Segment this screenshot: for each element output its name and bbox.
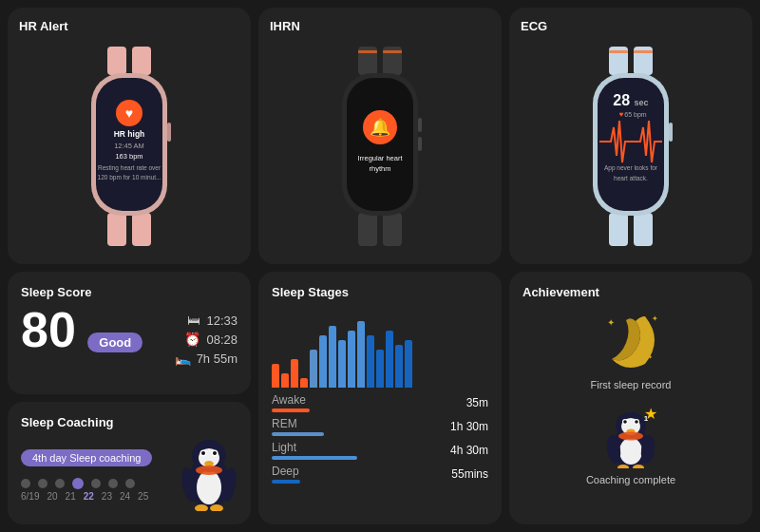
svg-rect-13 — [167, 123, 171, 142]
bar — [405, 340, 412, 388]
rem-value: 1h 30m — [450, 420, 488, 433]
bed-icon: 🛏 — [187, 313, 200, 328]
ecg-title: ECG — [521, 19, 547, 33]
svg-point-70 — [618, 432, 643, 441]
hr-alert-watch-svg: ♥ HR high 12:45 AM 163 bpm Resting heart… — [67, 47, 191, 246]
bar — [386, 331, 393, 388]
coaching-complete-label: Coaching complete — [586, 474, 675, 485]
date-23: 23 — [102, 491, 112, 502]
alarm-icon: ⏰ — [184, 332, 200, 347]
sleep-score-title: Sleep Score — [21, 285, 238, 299]
sleep-stat-alarm: ⏰ 08:28 — [184, 332, 238, 347]
dot-6 — [108, 479, 118, 488]
bar — [348, 331, 355, 388]
svg-rect-17 — [383, 50, 402, 53]
svg-text:App never looks for: App never looks for — [604, 164, 658, 172]
date-22: 22 — [84, 491, 94, 502]
svg-text:65 bpm: 65 bpm — [624, 111, 647, 119]
app-container: HR Alert ♥ HR high 12:45 AM 163 bpm — [0, 0, 760, 532]
svg-text:Irregular heart: Irregular heart — [357, 154, 403, 162]
bar — [319, 335, 327, 388]
rem-label: REM — [272, 417, 324, 430]
date-24: 24 — [120, 491, 130, 502]
hr-alert-title: HR Alert — [19, 19, 68, 33]
ecg-card: ECG 28 sec ♥ 65 bpm — [509, 8, 752, 264]
ecg-watch: 28 sec ♥ 65 bpm App never looks for hear… — [521, 39, 741, 253]
achievement-item-1: ✦ ✦ ✦ First sleep record — [522, 307, 739, 390]
sleep-score-card: Sleep Score 80 Good 🛏 12:33 ⏰ 08:28 — [8, 272, 251, 394]
dot-5 — [91, 479, 101, 488]
svg-rect-19 — [383, 213, 402, 246]
svg-rect-3 — [132, 213, 151, 246]
sleep-coaching-title: Sleep Coaching — [21, 415, 238, 429]
stage-legend: Awake 35m REM 1h 30m Light — [272, 393, 488, 484]
penguin-achievement-svg: ★ 1 — [593, 402, 669, 468]
svg-point-49 — [201, 451, 205, 455]
svg-rect-0 — [107, 47, 126, 75]
svg-rect-32 — [609, 213, 628, 246]
svg-rect-2 — [107, 213, 126, 246]
bar — [357, 321, 365, 388]
light-bar — [272, 456, 357, 460]
svg-text:✦: ✦ — [607, 317, 615, 328]
bottom-row: Sleep Score 80 Good 🛏 12:33 ⏰ 08:28 — [8, 272, 752, 524]
ihrn-title: IHRN — [270, 19, 300, 33]
svg-text:rhythm: rhythm — [370, 164, 391, 173]
awake-label: Awake — [272, 393, 310, 407]
svg-text:163 bpm: 163 bpm — [115, 152, 142, 161]
awake-legend: Awake 35m — [272, 393, 488, 412]
first-sleep-label: First sleep record — [591, 379, 672, 390]
sleep-stages-card: Sleep Stages — [258, 272, 502, 524]
sleep-icon: 🛌 — [175, 351, 191, 366]
svg-rect-16 — [358, 50, 377, 53]
awake-bars — [272, 307, 279, 388]
deep-bar — [272, 480, 300, 484]
sleep-score-badge: Good — [87, 332, 142, 352]
svg-text:♥: ♥ — [125, 105, 133, 121]
dot-3 — [55, 479, 65, 488]
svg-rect-33 — [634, 213, 653, 246]
svg-rect-26 — [418, 118, 422, 132]
bar — [329, 326, 336, 388]
ihrn-watch-svg: 🔔 Irregular heart rhythm — [318, 47, 442, 246]
bar — [281, 373, 289, 388]
svg-text:♥: ♥ — [619, 110, 624, 119]
svg-point-66 — [623, 420, 627, 424]
sleep-stat-duration: 🛌 7h 55m — [175, 351, 238, 366]
svg-rect-30 — [609, 50, 628, 53]
deep-value: 55mins — [451, 467, 488, 481]
penguin-container — [180, 435, 238, 502]
penguin-svg — [180, 435, 238, 511]
rem-legend: REM 1h 30m — [272, 417, 488, 436]
light-legend: Light 4h 30m — [272, 441, 488, 460]
hr-alert-card: HR Alert ♥ HR high 12:45 AM 163 bpm — [8, 8, 251, 264]
light-label: Light — [272, 441, 357, 454]
svg-rect-41 — [669, 123, 673, 142]
rem-bar — [272, 432, 324, 436]
svg-point-67 — [635, 420, 638, 424]
bar — [376, 350, 384, 388]
svg-text:HR high: HR high — [114, 129, 145, 139]
bar — [395, 345, 403, 388]
svg-text:heart attack.: heart attack. — [614, 175, 648, 181]
achievement-item-2: ★ 1 Coaching complete — [522, 402, 739, 485]
duration-value: 7h 55m — [197, 352, 238, 366]
bar — [272, 364, 279, 388]
svg-text:12:45 AM: 12:45 AM — [114, 142, 144, 150]
svg-text:✦: ✦ — [652, 314, 658, 323]
sleep-stats: 🛏 12:33 ⏰ 08:28 🛌 7h 55m — [175, 313, 238, 366]
ihrn-watch: 🔔 Irregular heart rhythm — [270, 39, 490, 253]
awake-bar — [272, 408, 310, 412]
svg-text:🔔: 🔔 — [370, 117, 391, 138]
ecg-watch-svg: 28 sec ♥ 65 bpm App never looks for hear… — [569, 47, 693, 246]
dot-4-active — [72, 478, 84, 489]
date-20: 20 — [47, 491, 57, 502]
sleep-stages-chart — [272, 307, 488, 388]
svg-text:120 bpm for 10 minut...: 120 bpm for 10 minut... — [98, 174, 162, 181]
svg-rect-31 — [634, 50, 653, 53]
hr-alert-watch: ♥ HR high 12:45 AM 163 bpm Resting heart… — [19, 39, 239, 253]
bar — [338, 340, 346, 388]
bar — [367, 335, 374, 388]
bar — [300, 378, 308, 388]
svg-rect-18 — [358, 213, 377, 246]
